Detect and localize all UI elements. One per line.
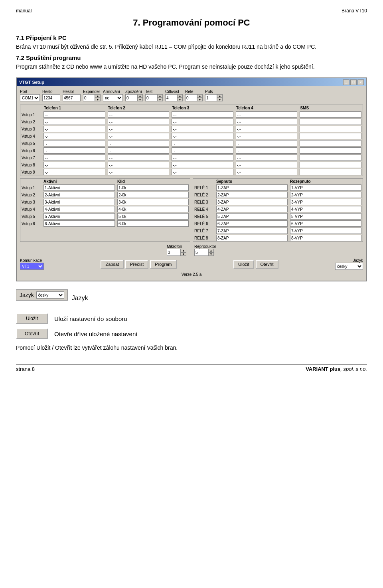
jazyk-select[interactable]: česky (335, 263, 363, 270)
tel4-input[interactable] (236, 140, 298, 147)
tel2-input[interactable] (108, 147, 170, 154)
tel4-input[interactable] (236, 154, 298, 161)
klid-input[interactable] (117, 213, 189, 220)
komunikace-select[interactable]: VT1 (20, 263, 44, 270)
test-input[interactable] (145, 94, 157, 101)
klid-input[interactable] (117, 206, 189, 212)
expander-input[interactable] (83, 94, 95, 101)
expander-up[interactable]: ▲ (95, 94, 101, 98)
puls-input[interactable] (205, 94, 217, 101)
tel4-input[interactable] (236, 147, 298, 154)
rozepnuto-input[interactable] (290, 235, 361, 241)
tel1-input[interactable] (43, 162, 105, 168)
tel4-input[interactable] (236, 133, 298, 139)
tel1-input[interactable] (43, 169, 105, 175)
tel3-input[interactable] (172, 169, 233, 175)
puls-up[interactable]: ▲ (217, 94, 223, 98)
tel1-input[interactable] (43, 119, 105, 125)
tel3-input[interactable] (172, 140, 233, 147)
tel1-input[interactable] (43, 111, 105, 118)
tel3-input[interactable] (172, 133, 233, 139)
rozepnuto-input[interactable] (290, 184, 361, 191)
sms-input[interactable] (300, 133, 361, 139)
klid-input[interactable] (117, 192, 189, 198)
tel3-input[interactable] (172, 162, 233, 168)
sepnuto-input[interactable] (216, 184, 288, 191)
heslo-input[interactable] (42, 94, 60, 101)
citlivost-down[interactable]: ▼ (177, 98, 183, 101)
mikrofon-up[interactable]: ▲ (181, 249, 186, 252)
zpozdeni-up[interactable]: ▲ (137, 94, 143, 98)
aktivni-input[interactable] (43, 184, 115, 191)
close-button[interactable]: × (357, 79, 364, 85)
otevrit-button[interactable]: Otevřít (256, 260, 278, 269)
zpozdeni-input[interactable] (125, 94, 137, 101)
tel2-input[interactable] (108, 119, 170, 125)
tel3-input[interactable] (172, 126, 233, 132)
aktivni-input[interactable] (43, 220, 115, 227)
test-down[interactable]: ▼ (157, 98, 163, 101)
maximize-button[interactable]: □ (350, 79, 357, 85)
port-select[interactable]: COM1 (20, 94, 40, 101)
klid-input[interactable] (117, 199, 189, 205)
test-up[interactable]: ▲ (157, 94, 163, 98)
rele-input[interactable] (185, 94, 197, 101)
armovani-select[interactable]: ne (103, 94, 123, 101)
mikrofon-down[interactable]: ▼ (181, 252, 186, 256)
tel2-input[interactable] (108, 133, 170, 139)
sepnuto-input[interactable] (216, 213, 288, 220)
sms-input[interactable] (300, 126, 361, 132)
sepnuto-input[interactable] (216, 220, 288, 227)
reproduktor-input[interactable] (194, 249, 208, 256)
mikrofon-input[interactable] (167, 249, 181, 256)
klid-input[interactable] (117, 220, 189, 227)
sms-input[interactable] (300, 140, 361, 147)
tel4-input[interactable] (236, 169, 298, 175)
reproduktor-up[interactable]: ▲ (208, 249, 214, 252)
prectist-button[interactable]: Přečíst (125, 260, 148, 269)
tel1-input[interactable] (43, 133, 105, 139)
tel1-input[interactable] (43, 154, 105, 161)
klid-input[interactable] (117, 184, 189, 191)
tel2-input[interactable] (108, 162, 170, 168)
tel4-input[interactable] (236, 111, 298, 118)
puls-down[interactable]: ▼ (217, 98, 223, 101)
tel2-input[interactable] (108, 140, 170, 147)
tel1-input[interactable] (43, 140, 105, 147)
aktivni-input[interactable] (43, 206, 115, 212)
program-button[interactable]: Program (150, 260, 176, 269)
tel3-input[interactable] (172, 111, 233, 118)
tel4-input[interactable] (236, 119, 298, 125)
expander-down[interactable]: ▼ (95, 98, 101, 101)
aktivni-input[interactable] (43, 199, 115, 205)
reproduktor-down[interactable]: ▼ (208, 252, 214, 256)
rozepnuto-input[interactable] (290, 220, 361, 227)
sms-input[interactable] (300, 154, 361, 161)
tel1-input[interactable] (43, 126, 105, 132)
sms-input[interactable] (300, 162, 361, 168)
tel2-input[interactable] (108, 111, 170, 118)
jazyk-box-select[interactable]: česky (36, 291, 64, 299)
citlivost-input[interactable] (165, 94, 177, 101)
rozepnuto-input[interactable] (290, 199, 361, 205)
tel2-input[interactable] (108, 154, 170, 161)
sepnuto-input[interactable] (216, 206, 288, 212)
sepnuto-input[interactable] (216, 235, 288, 241)
tel1-input[interactable] (43, 147, 105, 154)
sms-input[interactable] (300, 169, 361, 175)
rele-down[interactable]: ▼ (197, 98, 203, 101)
rozepnuto-input[interactable] (290, 228, 361, 234)
heslol-input[interactable] (63, 94, 81, 101)
sms-input[interactable] (300, 119, 361, 125)
tel4-input[interactable] (236, 162, 298, 168)
sepnuto-input[interactable] (216, 192, 288, 198)
zapsat-button[interactable]: Zapsat (101, 260, 124, 269)
zpozdeni-down[interactable]: ▼ (137, 98, 143, 101)
tel3-input[interactable] (172, 119, 233, 125)
citlivost-up[interactable]: ▲ (177, 94, 183, 98)
aktivni-input[interactable] (43, 192, 115, 198)
tel3-input[interactable] (172, 147, 233, 154)
otevrit-big-button[interactable]: Otevřít (16, 329, 48, 339)
rele-up[interactable]: ▲ (197, 94, 203, 98)
tel3-input[interactable] (172, 154, 233, 161)
